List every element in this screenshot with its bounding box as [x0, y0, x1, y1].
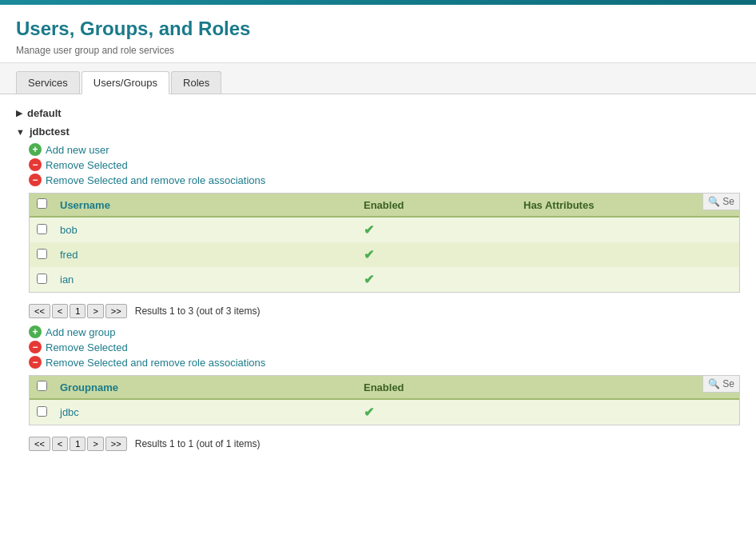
- users-pagination-results: Results 1 to 3 (out of 3 items): [135, 305, 261, 317]
- user-ian-checkbox[interactable]: [37, 274, 47, 284]
- groups-table-head: Groupname Enabled: [30, 376, 739, 399]
- add-group-action: + Add new group: [29, 325, 740, 338]
- user-ian-username: ian: [54, 267, 357, 292]
- group-jdbc-checkbox[interactable]: [37, 406, 47, 417]
- user-fred-checkbox[interactable]: [37, 249, 47, 259]
- groups-col-groupname: Groupname: [54, 376, 357, 399]
- groups-search-bar[interactable]: 🔍 Se: [702, 376, 739, 393]
- user-ian-checkmark: ✔: [364, 273, 374, 286]
- groups-select-all-checkbox[interactable]: [37, 381, 47, 391]
- remove-users-roles-link[interactable]: Remove Selected and remove role associat…: [46, 174, 265, 186]
- tab-bar: Services Users/Groups Roles: [0, 63, 756, 94]
- users-search-icon: 🔍: [708, 196, 720, 207]
- user-fred-checkmark: ✔: [364, 248, 374, 262]
- user-ian-hasattr: [517, 267, 739, 292]
- groups-search-label: Se: [722, 378, 734, 389]
- users-col-check: [30, 194, 54, 217]
- groups-table-wrapper: 🔍 Se Groupname Enabled: [29, 375, 740, 425]
- remove-users-link[interactable]: Remove Selected: [46, 159, 128, 171]
- users-pagination: << < 1 > >> Results 1 to 3 (out of 3 ite…: [29, 299, 740, 323]
- user-row-ian-check[interactable]: [30, 267, 54, 292]
- users-table-body: bob ✔ fred ✔: [30, 217, 739, 292]
- add-user-icon: +: [29, 143, 42, 156]
- default-section-title: default: [27, 107, 62, 119]
- group-jdbc-groupname: jdbc: [54, 399, 357, 425]
- user-fred-enabled: ✔: [357, 242, 517, 267]
- users-table: Username Enabled Has Attributes bob ✔: [30, 194, 739, 292]
- user-fred-hasattr: [517, 242, 739, 267]
- user-fred-username: fred: [54, 242, 357, 267]
- remove-users-icon: −: [29, 158, 42, 171]
- groups-pagination: << < 1 > >> Results 1 to 1 (out of 1 ite…: [29, 432, 740, 456]
- groups-page-last[interactable]: >>: [105, 437, 127, 451]
- users-page-first[interactable]: <<: [29, 304, 50, 318]
- add-group-icon: +: [29, 325, 42, 338]
- user-bob-checkbox[interactable]: [37, 224, 47, 234]
- users-page-prev[interactable]: <: [52, 304, 68, 318]
- remove-groups-icon: −: [29, 341, 42, 353]
- remove-groups-roles-link[interactable]: Remove Selected and remove role associat…: [46, 357, 265, 369]
- users-search-label: Se: [722, 196, 734, 207]
- user-bob-hasattr: [517, 217, 739, 242]
- user-ian-enabled: ✔: [357, 267, 517, 292]
- groups-col-enabled: Enabled: [357, 376, 739, 399]
- user-bob-username: bob: [54, 217, 357, 242]
- users-page-next[interactable]: >: [87, 304, 103, 318]
- user-bob-checkmark: ✔: [364, 223, 374, 237]
- group-row-jdbc-check[interactable]: [30, 399, 54, 425]
- page-subtitle: Manage user group and role services: [16, 45, 740, 56]
- user-bob-enabled: ✔: [357, 217, 517, 242]
- groups-col-check: [30, 376, 54, 399]
- groups-page-prev[interactable]: <: [52, 437, 68, 451]
- page-header: Users, Groups, and Roles Manage user gro…: [0, 5, 756, 63]
- remove-groups-roles-action: − Remove Selected and remove role associ…: [29, 356, 740, 369]
- jdbctest-section-header[interactable]: ▼ jdbctest: [16, 122, 740, 141]
- users-page-last[interactable]: >>: [105, 304, 127, 318]
- default-section-header[interactable]: ▶ default: [16, 104, 740, 122]
- add-group-link[interactable]: Add new group: [46, 326, 115, 338]
- groups-search-icon: 🔍: [708, 378, 720, 389]
- tab-users-groups[interactable]: Users/Groups: [82, 71, 169, 94]
- groups-page-first[interactable]: <<: [29, 437, 50, 451]
- groups-table-header-row: Groupname Enabled: [30, 376, 739, 399]
- users-table-wrapper: 🔍 Se Username Enabled Has Attributes: [29, 193, 740, 293]
- groups-page-current[interactable]: 1: [70, 437, 86, 451]
- jdbctest-section-body: + Add new user − Remove Selected − Remov…: [16, 143, 740, 456]
- tab-roles[interactable]: Roles: [171, 71, 221, 94]
- users-search-bar[interactable]: 🔍 Se: [702, 194, 739, 210]
- table-row: fred ✔: [30, 242, 739, 267]
- users-page-current[interactable]: 1: [70, 304, 86, 318]
- users-table-head: Username Enabled Has Attributes: [30, 194, 739, 217]
- remove-users-roles-action: − Remove Selected and remove role associ…: [29, 174, 740, 186]
- add-user-action: + Add new user: [29, 143, 740, 156]
- remove-groups-action: − Remove Selected: [29, 341, 740, 353]
- table-row: bob ✔: [30, 217, 739, 242]
- remove-users-action: − Remove Selected: [29, 158, 740, 171]
- users-table-header-row: Username Enabled Has Attributes: [30, 194, 739, 217]
- group-jdbc-enabled: ✔: [357, 399, 739, 425]
- default-arrow: ▶: [16, 108, 22, 118]
- groups-table-body: jdbc ✔: [30, 399, 739, 425]
- page-title: Users, Groups, and Roles: [16, 18, 740, 40]
- remove-users-roles-icon: −: [29, 174, 42, 186]
- main-content: ▶ default ▼ jdbctest + Add new user − Re…: [0, 94, 756, 473]
- users-col-username: Username: [54, 194, 357, 217]
- groups-pagination-results: Results 1 to 1 (out of 1 items): [135, 438, 261, 449]
- groups-page-next[interactable]: >: [87, 437, 103, 451]
- table-row: jdbc ✔: [30, 399, 739, 425]
- group-jdbc-checkmark: ✔: [364, 405, 374, 419]
- users-col-enabled: Enabled: [357, 194, 517, 217]
- user-row-bob-check[interactable]: [30, 217, 54, 242]
- user-row-fred-check[interactable]: [30, 242, 54, 267]
- tab-services[interactable]: Services: [16, 71, 80, 94]
- groups-table: Groupname Enabled jdbc ✔: [30, 376, 739, 425]
- jdbctest-arrow: ▼: [16, 127, 25, 137]
- users-select-all-checkbox[interactable]: [37, 198, 47, 209]
- remove-groups-roles-icon: −: [29, 356, 42, 369]
- table-row: ian ✔: [30, 267, 739, 292]
- add-user-link[interactable]: Add new user: [46, 144, 109, 156]
- remove-groups-link[interactable]: Remove Selected: [46, 341, 128, 353]
- jdbctest-section-title: jdbctest: [30, 126, 70, 138]
